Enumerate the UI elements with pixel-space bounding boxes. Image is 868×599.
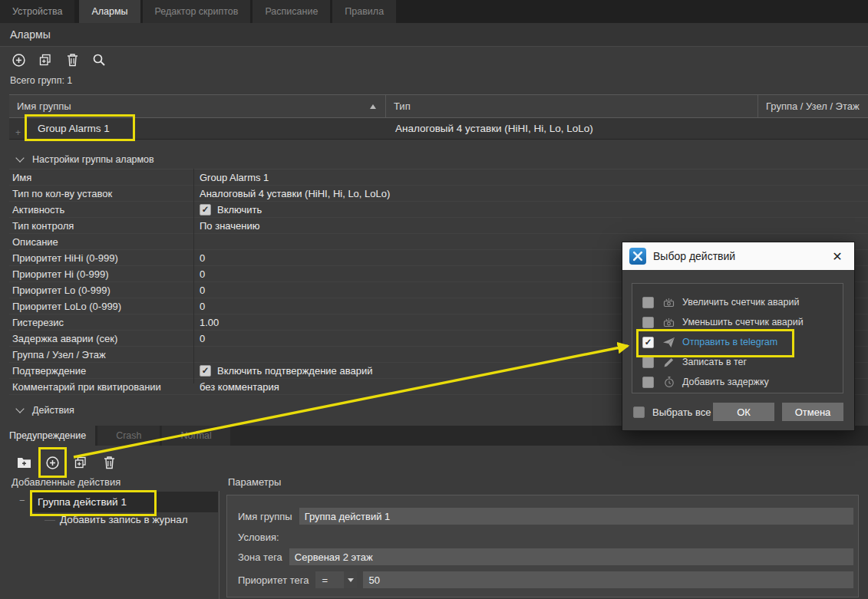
action-checkbox[interactable] <box>642 357 654 368</box>
column-label: Имя группы <box>17 100 71 112</box>
ok-button[interactable]: ОК <box>713 403 774 421</box>
prop-label: Активность <box>9 204 193 216</box>
property-grid-divider <box>193 169 194 383</box>
add-action-group-button[interactable] <box>15 453 32 472</box>
tree-item-action-group[interactable]: Группа действий 1 <box>32 492 218 512</box>
tab-schedule[interactable]: Расписание <box>252 0 330 23</box>
tree-item-journal-action[interactable]: Добавить запись в журнал <box>60 514 188 525</box>
counter-up-icon <box>662 296 675 308</box>
tag-priority-operator-select[interactable]: = <box>315 571 357 588</box>
action-checkbox[interactable] <box>642 377 654 388</box>
action-checkbox[interactable] <box>642 337 654 348</box>
tab-normal[interactable]: Normal <box>162 426 229 446</box>
add-circle-icon <box>12 53 26 67</box>
main-tab-bar: Устройства Алармы Редактор скриптов Расп… <box>0 0 868 23</box>
action-label: Уменьшить счетчик аварий <box>682 317 804 327</box>
duplicate-icon <box>38 53 52 67</box>
prop-label: Задержка аварии (сек) <box>9 333 193 344</box>
table-row[interactable]: + Group Alarms 1 Аналоговый 4 уставки (H… <box>9 118 868 140</box>
actions-toolbar <box>15 451 117 474</box>
cancel-button[interactable]: Отмена <box>782 403 843 421</box>
duplicate-action-button[interactable] <box>72 453 89 472</box>
prop-value: Аналоговый 4 уставки (HiHI, Hi, Lo, LoLo… <box>193 188 390 199</box>
tree-collapse-toggle[interactable]: − <box>19 495 25 506</box>
tab-warning[interactable]: Предупреждение <box>0 426 95 446</box>
settings-section-header[interactable]: Настройки группы алармов <box>17 154 154 165</box>
prop-label: Группа / Узел / Этаж <box>9 349 193 360</box>
action-selection-dialog: Выбор действий ✕ Увеличить счетчик авари… <box>622 242 855 431</box>
column-header-group-node-floor[interactable]: Группа / Узел / Этаж <box>758 95 868 117</box>
sort-ascending-icon <box>370 104 376 109</box>
ack-enabled-checkbox[interactable] <box>200 365 211 377</box>
tab-crash[interactable]: Crash <box>97 426 160 446</box>
action-item-decrease-counter[interactable]: Уменьшить счетчик аварий <box>632 312 843 332</box>
tab-alarms[interactable]: Алармы <box>79 0 140 23</box>
dialog-title-bar: Выбор действий ✕ <box>622 242 854 270</box>
select-all-checkbox[interactable] <box>633 406 645 418</box>
group-name-label: Имя группы <box>238 511 292 522</box>
prop-label: Тип контроля <box>9 220 193 232</box>
search-button[interactable] <box>91 51 107 69</box>
dialog-footer: Выбрать все ОК Отмена <box>633 403 843 421</box>
trash-icon <box>104 456 115 469</box>
alarms-toolbar <box>10 48 107 72</box>
tree-branch-line <box>45 520 55 521</box>
delete-action-button[interactable] <box>101 453 117 472</box>
checkbox-caption: Включить <box>217 204 262 216</box>
action-list: Увеличить счетчик аварий Уменьшить счетч… <box>632 283 843 393</box>
column-header-group-name[interactable]: Имя группы <box>9 95 386 117</box>
column-label: Тип <box>394 100 411 112</box>
settings-section-title: Настройки группы алармов <box>32 154 154 165</box>
action-item-send-telegram[interactable]: Отправить в telegram <box>632 332 843 352</box>
delete-group-button[interactable] <box>64 51 81 69</box>
collapse-chevron-icon <box>15 153 24 162</box>
parameters-panel: Имя группы Группа действий 1 Условия: Зо… <box>226 495 859 597</box>
action-item-write-tag[interactable]: Записать в тег <box>632 352 843 372</box>
group-name-input[interactable]: Группа действий 1 <box>299 508 853 525</box>
prop-value: По значению <box>193 220 259 232</box>
tag-zone-input[interactable]: Сервеная 2 этаж <box>289 548 853 565</box>
prop-label: Имя <box>9 172 193 183</box>
operator-value: = <box>322 574 328 586</box>
action-label: Отправить в telegram <box>682 337 777 347</box>
tab-rules[interactable]: Правила <box>332 0 396 23</box>
duplicate-group-button[interactable] <box>37 51 54 69</box>
prop-value: 0 <box>193 301 205 312</box>
action-checkbox[interactable] <box>642 317 654 328</box>
prop-value: без комментария <box>193 381 279 393</box>
checkbox-caption: Включить подтверждение аварий <box>217 365 372 377</box>
add-circle-icon <box>45 456 60 470</box>
action-item-increase-counter[interactable]: Увеличить счетчик аварий <box>632 292 843 312</box>
pencil-icon <box>663 357 675 368</box>
add-action-button[interactable] <box>44 453 61 472</box>
tab-script-editor[interactable]: Редактор скриптов <box>143 0 251 23</box>
action-label: Добавить задержку <box>682 377 769 387</box>
action-item-add-delay[interactable]: Добавить задержку <box>632 372 843 392</box>
prop-value: 0 <box>193 252 205 264</box>
row-expander-icon[interactable]: + <box>15 127 21 138</box>
alarm-groups-table: Имя группы Тип Группа / Узел / Этаж + Gr… <box>9 94 868 140</box>
tag-priority-label: Приоритет тега <box>238 574 309 586</box>
prop-label: Описание <box>9 236 193 248</box>
actions-section-title: Действия <box>32 405 74 416</box>
actions-section-header[interactable]: Действия <box>17 405 74 416</box>
tab-devices[interactable]: Устройства <box>0 0 74 23</box>
prop-value: Включить <box>193 204 262 216</box>
close-icon[interactable]: ✕ <box>827 249 847 264</box>
tag-zone-label: Зона тега <box>238 551 282 563</box>
parameters-label: Параметры <box>228 476 281 488</box>
duplicate-icon <box>74 456 87 469</box>
prop-label: Комментарий при квитировании <box>9 381 193 393</box>
column-label: Группа / Узел / Этаж <box>766 100 860 112</box>
action-label: Записать в тег <box>682 357 747 367</box>
prop-label: Приоритет Hi (0-999) <box>9 268 193 280</box>
stopwatch-icon <box>663 376 675 388</box>
prop-value: Включить подтверждение аварий <box>193 365 372 377</box>
tag-priority-input[interactable]: 50 <box>363 571 853 588</box>
activity-enabled-checkbox[interactable] <box>200 204 211 216</box>
add-group-button[interactable] <box>10 51 27 69</box>
column-header-type[interactable]: Тип <box>386 95 758 117</box>
prop-label: Приоритет HiHi (0-999) <box>9 252 193 264</box>
action-checkbox[interactable] <box>642 297 654 308</box>
prop-value: 1.00 <box>193 317 219 328</box>
